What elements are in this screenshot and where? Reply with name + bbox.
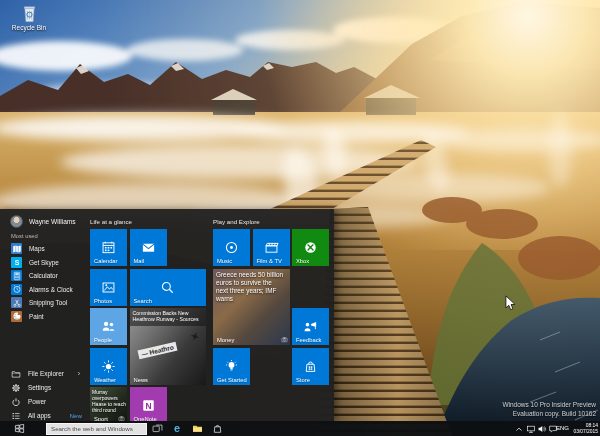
tile-label: Search: [134, 298, 152, 304]
start-item-get-skype[interactable]: SGet Skype: [0, 256, 88, 270]
footer-item-label: Power: [28, 398, 46, 405]
calculator-icon: [12, 271, 22, 281]
tile-label: Mail: [134, 258, 145, 264]
speaker-icon: [537, 424, 547, 434]
start-item-snipping-tool[interactable]: Snipping Tool: [0, 296, 88, 310]
store-bag-icon: [212, 423, 223, 434]
plane-icon: [190, 328, 200, 338]
chevron-up-icon: [514, 424, 524, 434]
tile-people[interactable]: People: [90, 308, 127, 345]
start-item-paint[interactable]: Paint: [0, 310, 88, 324]
footer-item-label: Settings: [28, 384, 51, 391]
maps-icon: [12, 244, 22, 254]
tile-weather[interactable]: Weather: [90, 348, 127, 385]
footer-item-power[interactable]: Power: [0, 395, 88, 409]
edge-icon: e: [174, 423, 180, 434]
start-item-calculator[interactable]: Calculator: [0, 269, 88, 283]
maps-icon-bg: [11, 243, 22, 254]
tray-volume[interactable]: [537, 424, 547, 434]
tile-label: Xbox: [296, 258, 309, 264]
skype-icon-bg: S: [11, 257, 22, 268]
avatar: [10, 215, 23, 228]
recycle-bin-icon: [21, 4, 38, 23]
tile-get-started[interactable]: Get Started: [213, 348, 250, 385]
taskbar: Search the web and Windows e: [0, 421, 600, 436]
tile-label: News: [134, 377, 149, 383]
tile-store[interactable]: Store: [292, 348, 329, 385]
alarms-icon: [12, 284, 22, 294]
taskbar-search-input[interactable]: Search the web and Windows: [46, 423, 147, 435]
tile-search[interactable]: Search: [130, 269, 207, 306]
tile-label: Calendar: [94, 258, 118, 264]
power-icon: [11, 397, 21, 407]
svg-text:S: S: [14, 259, 19, 266]
tray-chevron-up[interactable]: [514, 424, 524, 434]
user-name: Wayne Williams: [29, 218, 76, 225]
paint-icon-bg: [11, 311, 22, 322]
tray-clock[interactable]: 08:14 03/07/2015: [573, 423, 598, 434]
calculator-icon-bg: [11, 270, 22, 281]
start-button[interactable]: [0, 421, 38, 436]
mouse-cursor: [505, 295, 516, 311]
tile-headline: Murray overpowers Haase to reach third r…: [92, 389, 126, 413]
footer-item-settings[interactable]: Settings: [0, 381, 88, 395]
all-apps-icon: [11, 411, 21, 421]
start-item-label: Alarms & Clock: [29, 286, 73, 293]
edge-button[interactable]: e: [168, 421, 186, 436]
tile-mail[interactable]: Mail: [130, 229, 167, 266]
start-menu: Wayne Williams Most used MapsSGet SkypeC…: [0, 209, 334, 421]
file-explorer-icon: [11, 369, 21, 379]
start-item-label: Calculator: [29, 272, 58, 279]
start-menu-left-rail: Wayne Williams Most used MapsSGet SkypeC…: [0, 209, 88, 421]
tile-label: Money: [217, 337, 234, 343]
tile-music[interactable]: Music: [213, 229, 250, 266]
tile-sport[interactable]: Murray overpowers Haase to reach third r…: [90, 387, 127, 421]
tile-calendar[interactable]: Calendar: [90, 229, 127, 266]
tile-group-title-life-at-a-glance: Life at a glance: [90, 218, 132, 225]
paint-icon: [12, 311, 22, 321]
start-item-label: Paint: [29, 313, 44, 320]
tile-headline: Commission Backs New Heathrow Runway - S…: [130, 308, 207, 326]
tile-label: Photos: [94, 298, 112, 304]
chevron-right-icon: ›: [78, 370, 80, 377]
tile-onenote[interactable]: NOneNote: [130, 387, 167, 421]
most-used-header: Most used: [11, 233, 38, 239]
tile-photos[interactable]: Photos: [90, 269, 127, 306]
footer-item-label: File Explorer: [28, 370, 64, 377]
start-item-maps[interactable]: Maps: [0, 242, 88, 256]
windows-logo-icon: [14, 423, 25, 434]
folder-icon: [192, 423, 203, 434]
network-icon: [526, 424, 536, 434]
tile-label: People: [94, 337, 112, 343]
road-sign-text: — Heathro: [137, 342, 177, 360]
start-item-label: Snipping Tool: [29, 299, 67, 306]
tile-label: Store: [296, 377, 310, 383]
tile-label: Film & TV: [257, 258, 282, 264]
file-explorer-button[interactable]: [188, 421, 206, 436]
task-view-button[interactable]: [148, 421, 166, 436]
user-account[interactable]: Wayne Williams: [10, 215, 76, 228]
camera-icon: [281, 336, 288, 343]
svg-text:N: N: [145, 401, 151, 411]
store-button[interactable]: [208, 421, 226, 436]
snipping-icon-bg: [11, 297, 22, 308]
skype-icon: S: [12, 257, 22, 267]
task-view-icon: [152, 423, 163, 434]
tile-headline: Greece needs 50 billion euros to survive…: [216, 271, 284, 303]
tray-network[interactable]: [526, 424, 536, 434]
tile-money[interactable]: Greece needs 50 billion euros to survive…: [213, 269, 290, 346]
watermark-line1: Windows 10 Pro Insider Preview: [502, 401, 596, 410]
footer-item-all-apps[interactable]: All appsNew: [0, 409, 88, 421]
tile-news[interactable]: — HeathroCommission Backs New Heathrow R…: [130, 308, 207, 385]
search-placeholder-text: Search the web and Windows: [51, 425, 133, 432]
start-item-label: Maps: [29, 245, 45, 252]
tile-feedback[interactable]: Feedback: [292, 308, 329, 345]
start-item-alarms-clock[interactable]: Alarms & Clock: [0, 283, 88, 297]
footer-item-file-explorer[interactable]: File Explorer›: [0, 367, 88, 381]
tile-xbox[interactable]: Xbox: [292, 229, 329, 266]
recycle-bin[interactable]: Recycle Bin: [8, 4, 50, 31]
language-indicator[interactable]: ENG: [556, 425, 569, 431]
new-badge: New: [70, 412, 82, 419]
watermark-line2: Evaluation copy. Build 10162: [502, 410, 596, 419]
tile-film-tv[interactable]: Film & TV: [253, 229, 290, 266]
